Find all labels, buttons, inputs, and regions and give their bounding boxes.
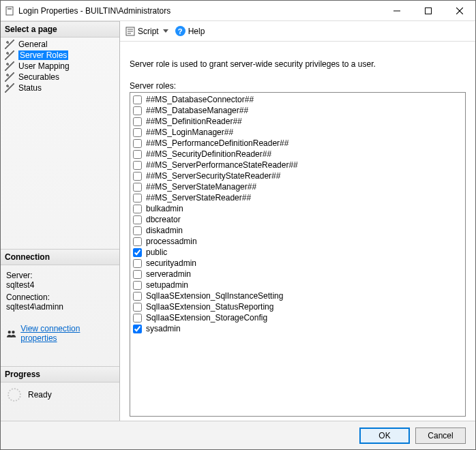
minimize-button[interactable] [381,1,413,21]
server-value: sqltest4 [6,280,114,290]
nav-item-label: User Mapping [18,61,70,71]
role-row: public [132,247,464,258]
connection-body: Server: sqltest4 Connection: sqltest4\ad… [1,265,119,320]
nav-item-label: Securables [18,72,59,82]
role-checkbox[interactable] [133,128,142,137]
nav-item-general[interactable]: General [1,39,119,50]
server-roles-label: Server roles: [130,81,466,91]
role-checkbox[interactable] [133,172,142,181]
role-checkbox[interactable] [133,106,142,115]
cancel-button[interactable]: Cancel [415,427,466,444]
progress-spinner-icon [8,388,21,402]
role-name: diskadmin [146,225,183,236]
nav-item-status[interactable]: Status [1,82,119,93]
script-label: Script [138,27,159,36]
role-name: SqlIaaSExtension_StatusReporting [146,301,273,312]
ok-button[interactable]: OK [359,427,410,444]
role-name: setupadmin [146,280,188,290]
role-name: processadmin [146,236,197,247]
nav-item-label: General [18,40,48,49]
nav-item-securables[interactable]: Securables [1,72,119,82]
role-name: ##MS_DatabaseConnector## [146,94,254,105]
connection-properties-icon [6,329,16,338]
role-row: securityadmin [132,258,464,269]
role-row: ##MS_DatabaseConnector## [132,94,464,105]
role-row: ##MS_ServerStateReader## [132,192,464,203]
progress-header: Progress [1,366,119,382]
role-checkbox[interactable] [133,139,142,148]
view-connection-properties-link[interactable]: View connection properties [20,324,114,343]
help-label: Help [188,27,205,36]
login-properties-window: Login Properties - BUILTIN\Administrator… [0,0,476,450]
wrench-icon [5,72,14,82]
role-checkbox[interactable] [133,161,142,170]
maximize-button[interactable] [413,1,444,21]
nav-item-user-mapping[interactable]: User Mapping [1,61,119,72]
app-icon [5,6,14,16]
role-name: serveradmin [146,269,191,280]
left-panel: Select a page GeneralServer RolesUser Ma… [1,21,120,421]
role-checkbox[interactable] [133,205,142,213]
role-checkbox[interactable] [133,270,142,279]
server-label: Server: [6,271,114,280]
role-row: dbcreator [132,214,464,225]
role-row: SqlIaaSExtension_StatusReporting [132,301,464,312]
role-row: SqlIaaSExtension_SqlInstanceSetting [132,290,464,301]
role-name: ##MS_DatabaseManager## [146,105,248,116]
role-checkbox[interactable] [133,325,142,333]
role-name: SqlIaaSExtension_StorageConfig [146,312,267,323]
role-row: setupadmin [132,280,464,290]
nav-item-server-roles[interactable]: Server Roles [1,50,119,61]
help-icon: ? [175,26,185,36]
nav-item-label: Server Roles [18,50,68,60]
role-row: serveradmin [132,269,464,280]
wrench-icon [5,61,14,71]
window-title: Login Properties - BUILTIN\Administrator… [18,6,170,16]
role-checkbox[interactable] [133,95,142,104]
role-name: dbcreator [146,214,181,225]
role-row: ##MS_DefinitionReader## [132,116,464,127]
nav-item-label: Status [18,83,42,93]
role-checkbox[interactable] [133,237,142,246]
script-icon [125,27,135,36]
role-name: SqlIaaSExtension_SqlInstanceSetting [146,290,283,301]
dialog-footer: OK Cancel [1,421,475,449]
role-row: SqlIaaSExtension_StorageConfig [132,312,464,323]
role-checkbox[interactable] [133,194,142,202]
svg-rect-1 [8,8,12,10]
role-name: ##MS_ServerStateManager## [146,181,256,192]
role-name: securityadmin [146,258,196,269]
connection-header: Connection [1,249,119,265]
help-button[interactable]: ? Help [175,26,205,36]
role-checkbox[interactable] [133,117,142,126]
page-description: Server role is used to grant server-wide… [130,59,466,69]
role-name: ##MS_ServerStateReader## [146,192,251,203]
svg-rect-3 [426,7,432,14]
role-name: public [146,247,167,258]
close-button[interactable] [444,1,475,21]
right-panel: Script ? Help Server role is used to gra… [120,21,475,421]
role-row: processadmin [132,236,464,247]
role-name: ##MS_ServerPerformanceStateReader## [146,160,298,170]
script-button[interactable]: Script [125,27,168,36]
role-name: ##MS_LoginManager## [146,127,233,138]
role-checkbox[interactable] [133,259,142,268]
role-checkbox[interactable] [133,314,142,322]
wrench-icon [5,83,14,93]
connection-value: sqltest4\adminn [6,302,114,312]
role-checkbox[interactable] [133,215,142,224]
role-row: sysadmin [132,323,464,334]
role-checkbox[interactable] [133,248,142,257]
wrench-icon [5,40,14,49]
server-roles-list[interactable]: ##MS_DatabaseConnector####MS_DatabaseMan… [130,92,466,417]
close-icon [456,7,463,14]
role-checkbox[interactable] [133,281,142,290]
role-checkbox[interactable] [133,183,142,192]
minimize-icon [393,7,400,14]
connection-label: Connection: [6,292,114,302]
role-checkbox[interactable] [133,292,142,301]
role-row: ##MS_ServerStateManager## [132,181,464,192]
role-checkbox[interactable] [133,226,142,235]
role-checkbox[interactable] [133,303,142,312]
role-checkbox[interactable] [133,150,142,159]
